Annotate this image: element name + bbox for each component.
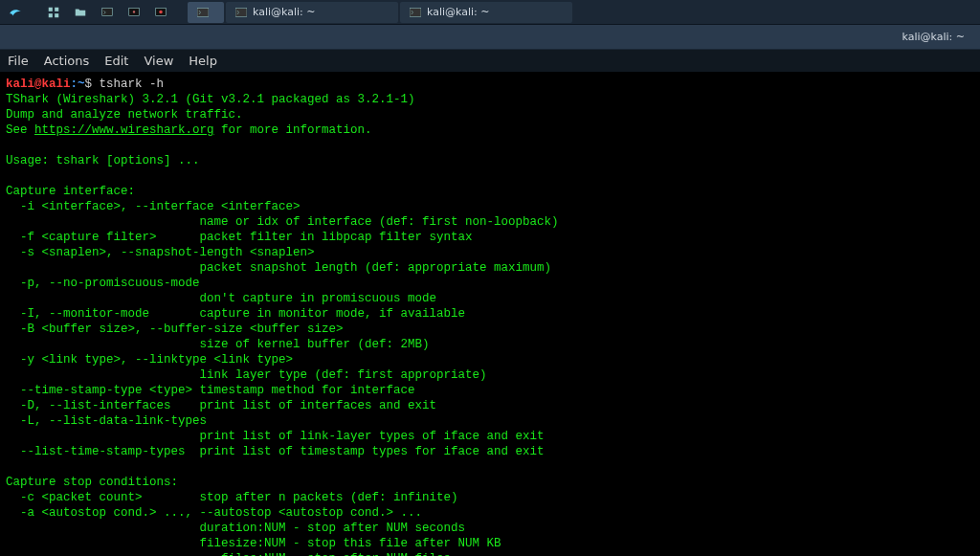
terminal-line: size of kernel buffer (def: 2MB) (6, 338, 430, 351)
svg-rect-0 (49, 7, 53, 11)
terminal-line: Dump and analyze network traffic. (6, 108, 243, 122)
files-icon[interactable] (69, 3, 92, 22)
terminal-line: See https://www.wireshark.org for more i… (6, 123, 372, 137)
svg-rect-3 (55, 13, 58, 17)
terminal-line: don't capture in promiscuous mode (6, 292, 436, 305)
menu-edit[interactable]: Edit (104, 54, 128, 68)
taskbar: kali@kali: ~ kali@kali: ~ (0, 0, 980, 25)
menu-help[interactable]: Help (189, 54, 217, 68)
menu-actions[interactable]: Actions (44, 54, 90, 68)
taskbar-window-2-label: kali@kali: ~ (253, 6, 315, 18)
prompt-path: ~ (78, 78, 85, 91)
prompt-host: kali (42, 78, 71, 91)
taskbar-window-2[interactable]: kali@kali: ~ (226, 2, 398, 23)
svg-rect-9 (197, 8, 209, 16)
terminal-line: --list-time-stamp-types print list of ti… (6, 445, 545, 458)
svg-rect-11 (410, 8, 421, 16)
svg-rect-4 (102, 8, 113, 15)
terminal-line: -B <buffer size>, --buffer-size <buffer … (6, 322, 344, 336)
prompt-user: kali (6, 78, 34, 91)
terminal-line: Usage: tshark [options] ... (6, 154, 200, 167)
terminal-line: files:NUM - stop after NUM files (6, 552, 451, 556)
kali-logo-icon[interactable] (4, 3, 27, 22)
terminal-line: -f <capture filter> packet filter in lib… (6, 231, 473, 244)
app-menu-icon[interactable] (42, 3, 65, 22)
terminal-line: Capture interface: (6, 185, 135, 198)
svg-rect-10 (235, 8, 247, 16)
tools-icon[interactable] (122, 3, 145, 22)
record-icon[interactable] (149, 3, 172, 22)
terminal-command: tshark -h (100, 78, 165, 91)
terminal-line: duration:NUM - stop after NUM seconds (6, 522, 465, 535)
window-titlebar[interactable]: kali@kali: ~ (0, 25, 980, 50)
terminal-line: print list of link-layer types of iface … (6, 430, 545, 443)
terminal-line: -i <interface>, --interface <interface> (6, 200, 301, 213)
terminal-line: -I, --monitor-mode capture in monitor mo… (6, 307, 465, 321)
menu-view[interactable]: View (144, 54, 173, 68)
terminal-line: packet snapshot length (def: appropriate… (6, 261, 551, 275)
svg-rect-2 (49, 13, 53, 17)
terminal-line: -y <link type>, --linktype <link type> (6, 353, 293, 367)
prompt-dollar: $ (85, 78, 93, 91)
terminal-output[interactable]: kali@kali:~$ tshark -h TShark (Wireshark… (0, 73, 980, 556)
prompt-sep: @ (34, 78, 42, 91)
terminal-icon[interactable] (96, 3, 119, 22)
terminal-line: -c <packet count> stop after n packets (… (6, 491, 458, 504)
terminal-line: -s <snaplen>, --snapshot-length <snaplen… (6, 246, 315, 259)
svg-point-8 (159, 10, 163, 13)
taskbar-window-3-label: kali@kali: ~ (427, 6, 489, 18)
taskbar-window-3[interactable]: kali@kali: ~ (400, 2, 572, 23)
terminal-line: --time-stamp-type <type> timestamp metho… (6, 384, 415, 397)
svg-rect-1 (55, 7, 58, 11)
taskbar-window-1[interactable] (188, 2, 224, 23)
terminal-line: -a <autostop cond.> ..., --autostop <aut… (6, 506, 422, 520)
terminal-line: name or idx of interface (def: first non… (6, 215, 559, 229)
menu-file[interactable]: File (8, 54, 29, 68)
terminal-line: -D, --list-interfaces print list of inte… (6, 399, 436, 412)
terminal-line: TShark (Wireshark) 3.2.1 (Git v3.2.1 pac… (6, 93, 415, 106)
svg-point-6 (133, 11, 135, 12)
terminal-line: link layer type (def: first appropriate) (6, 368, 487, 382)
terminal-line: filesize:NUM - stop this file after NUM … (6, 537, 501, 550)
terminal-line: Capture stop conditions: (6, 476, 178, 489)
window-title: kali@kali: ~ (902, 31, 965, 43)
menubar: File Actions Edit View Help (0, 50, 980, 73)
terminal-line: -p, --no-promiscuous-mode (6, 277, 200, 290)
wireshark-link[interactable]: https://www.wireshark.org (34, 123, 214, 137)
terminal-line: -L, --list-data-link-types (6, 414, 207, 428)
prompt-colon: : (71, 78, 78, 91)
